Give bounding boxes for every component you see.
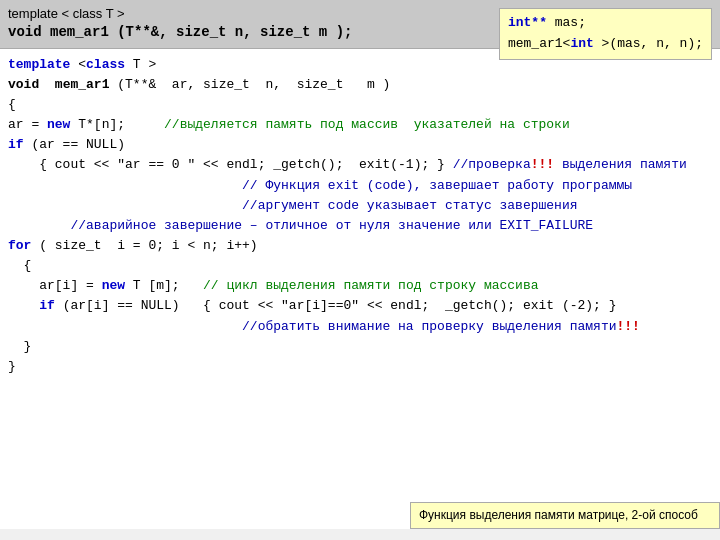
code-line-16: } — [8, 357, 712, 377]
main-code-area: template <class T > void mem_ar1 (T**& a… — [0, 49, 720, 529]
bottom-tooltip: Функция выделения памяти матрице, 2-ой с… — [410, 502, 720, 529]
code-line-2: void mem_ar1 (T**& ar, size_t n, size_t … — [8, 75, 712, 95]
code-line-7: // Функция exit (code), завершает работу… — [8, 176, 712, 196]
tooltip-box: int** mas; mem_ar1<int >(mas, n, n); — [499, 8, 712, 60]
code-line-14: //обратить внимание на проверку выделени… — [8, 317, 712, 337]
code-line-15: } — [8, 337, 712, 357]
tooltip-line1: int** mas; — [508, 13, 703, 34]
code-line-11: { — [8, 256, 712, 276]
code-line-4: ar = new T*[n]; //выделяется память под … — [8, 115, 712, 135]
code-block: template <class T > void mem_ar1 (T**& a… — [8, 55, 712, 377]
code-line-13: if (ar[i] == NULL) { cout << "ar[i]==0" … — [8, 296, 712, 316]
code-line-5: if (ar == NULL) — [8, 135, 712, 155]
code-line-9: //аварийное завершение – отличное от нул… — [8, 216, 712, 236]
code-line-3: { — [8, 95, 712, 115]
code-line-8: //аргумент code указывает статус заверше… — [8, 196, 712, 216]
kw-template: template < class T > — [8, 6, 125, 21]
top-bar-signature: void mem_ar1 (T**&, size_t n, size_t m )… — [8, 24, 352, 40]
code-line-10: for ( size_t i = 0; i < n; i++) — [8, 236, 712, 256]
tooltip-line2: mem_ar1<int >(mas, n, n); — [508, 34, 703, 55]
bottom-tooltip-text: Функция выделения памяти матрице, 2-ой с… — [419, 508, 698, 522]
code-line-12: ar[i] = new T [m]; // цикл выделения пам… — [8, 276, 712, 296]
code-line-6: { cout << "ar == 0 " << endl; _getch(); … — [8, 155, 712, 175]
